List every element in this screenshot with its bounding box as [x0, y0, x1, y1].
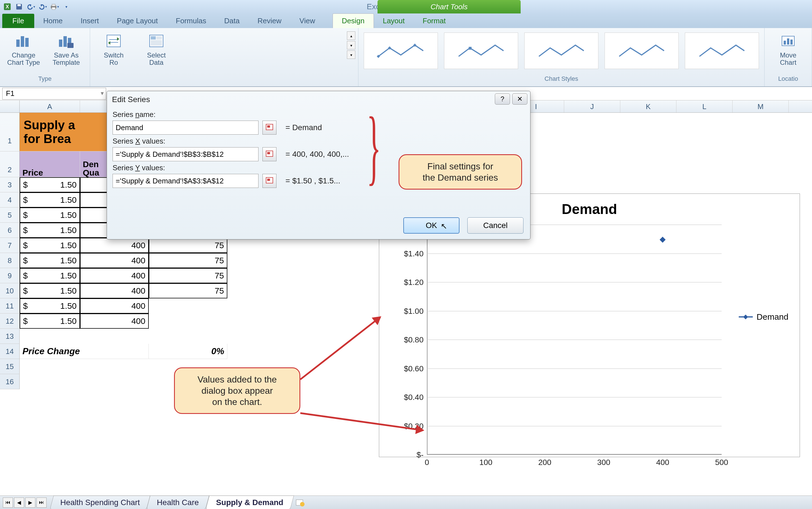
row-header-9[interactable]: 9	[0, 268, 20, 283]
cell-A9[interactable]: $1.50	[20, 268, 80, 283]
select-all-corner[interactable]	[0, 100, 20, 112]
row-header-6[interactable]: 6	[0, 223, 20, 238]
ok-button[interactable]: OK	[403, 217, 460, 234]
row-header-13[interactable]: 13	[0, 329, 20, 344]
range-selector-button[interactable]	[262, 174, 277, 188]
excel-icon[interactable]: X	[2, 2, 12, 12]
tab-data[interactable]: Data	[215, 14, 249, 28]
cell-A3[interactable]: $$ 1.501.50	[20, 177, 80, 192]
switch-row-col-button[interactable]: Switch Ro	[94, 30, 133, 66]
cell-A8[interactable]: $1.50	[20, 253, 80, 268]
tab-view[interactable]: View	[290, 14, 324, 28]
row-header-14[interactable]: 14	[0, 344, 20, 359]
tab-formulas[interactable]: Formulas	[167, 14, 215, 28]
name-box-value: F1	[6, 89, 14, 98]
select-data-button[interactable]: Select Data	[137, 30, 176, 66]
tab-page-layout[interactable]: Page Layout	[108, 14, 167, 28]
name-box[interactable]: F1 ▼	[2, 88, 106, 100]
print-icon[interactable]: ▾	[50, 2, 60, 12]
col-header-K[interactable]: K	[620, 100, 677, 112]
qat-customize-icon[interactable]: ▾	[61, 2, 71, 12]
cell-A4[interactable]: $1.50	[20, 192, 80, 207]
range-selector-button[interactable]	[262, 121, 277, 135]
tab-review[interactable]: Review	[249, 14, 290, 28]
row-header-11[interactable]: 11	[0, 298, 20, 313]
cell-B12[interactable]: 400	[80, 313, 149, 329]
undo-icon[interactable]: ▾	[26, 2, 36, 12]
ribbon-body: Change Chart Type Save As Template Type …	[0, 28, 812, 87]
cell-B8[interactable]: 400	[80, 253, 149, 268]
tab-nav-prev-icon[interactable]: ◀	[14, 498, 24, 508]
chart-data-point[interactable]: ◆	[660, 234, 666, 244]
tab-nav-last-icon[interactable]: ⏭	[36, 498, 46, 508]
sheet-tab-supply-demand[interactable]: Supply & Demand	[206, 496, 294, 509]
row-header-2[interactable]: 2	[0, 151, 20, 177]
dialog-help-button[interactable]: ?	[495, 93, 510, 105]
cell-B9[interactable]: 400	[80, 268, 149, 283]
row-header-15[interactable]: 15	[0, 359, 20, 374]
chart-legend[interactable]: Demand	[739, 312, 788, 322]
scroll-down-icon[interactable]: ▾	[347, 41, 355, 49]
row-header-10[interactable]: 10	[0, 283, 20, 298]
tab-home[interactable]: Home	[34, 14, 71, 28]
cell-C9[interactable]: 75	[149, 268, 227, 283]
cell-A11[interactable]: $1.50	[20, 298, 80, 313]
cancel-button[interactable]: Cancel	[467, 217, 524, 234]
chart-style-3[interactable]	[524, 33, 598, 69]
dialog-close-button[interactable]: ✕	[512, 93, 527, 105]
series-x-input[interactable]	[113, 147, 258, 161]
change-chart-type-button[interactable]: Change Chart Type	[4, 30, 43, 66]
cell-price-change-label[interactable]: Price Change	[20, 344, 149, 359]
chart-style-1[interactable]	[364, 33, 438, 69]
tab-layout[interactable]: Layout	[374, 14, 414, 28]
row-header-4[interactable]: 4	[0, 192, 20, 207]
col-header-A[interactable]: A	[20, 100, 80, 112]
sheet-tab-health-care[interactable]: Health Care	[147, 496, 210, 509]
redo-icon[interactable]: ▾	[38, 2, 48, 12]
tab-nav-first-icon[interactable]: ⏮	[3, 498, 13, 508]
series-name-input[interactable]	[113, 121, 258, 135]
cell-price-change-value[interactable]: 0%	[149, 344, 227, 359]
tab-insert[interactable]: Insert	[71, 14, 108, 28]
cell-A10[interactable]: $1.50	[20, 283, 80, 298]
chart-style-4[interactable]	[604, 33, 679, 69]
cell-A5[interactable]: $1.50	[20, 207, 80, 223]
save-as-template-button[interactable]: Save As Template	[46, 30, 86, 66]
cell-B10[interactable]: 400	[80, 283, 149, 298]
cell-header-price[interactable]: Price	[20, 151, 80, 177]
gallery-more-icon[interactable]: ▾	[347, 50, 355, 59]
col-header-L[interactable]: L	[677, 100, 732, 112]
cell-C8[interactable]: 75	[149, 253, 227, 268]
row-header-16[interactable]: 16	[0, 374, 20, 389]
cell-B11[interactable]: 400	[80, 298, 149, 313]
row-header-3[interactable]: 3	[0, 177, 20, 192]
sheet-tab-health-spending[interactable]: Health Spending Chart	[50, 496, 150, 509]
cell-A6[interactable]: $1.50	[20, 223, 80, 238]
cell-A12[interactable]: $1.50	[20, 313, 80, 329]
cell-C10[interactable]: 75	[149, 283, 227, 298]
chart-style-2[interactable]	[444, 33, 518, 69]
cell-A7[interactable]: $1.50	[20, 238, 80, 253]
tab-format[interactable]: Format	[414, 14, 455, 28]
series-y-input[interactable]	[113, 174, 258, 188]
save-icon[interactable]	[14, 2, 24, 12]
range-selector-button[interactable]	[262, 147, 277, 161]
row-header-5[interactable]: 5	[0, 207, 20, 223]
namebox-dropdown-icon[interactable]: ▼	[100, 91, 105, 97]
cell-C7[interactable]: 75	[149, 238, 227, 253]
file-tab[interactable]: File	[2, 14, 34, 28]
chart-plot-area[interactable]: $1.60 $1.40 $1.20 $1.00 $0.80 $0.60 $0.4…	[427, 225, 722, 454]
col-header-M[interactable]: M	[732, 100, 789, 112]
tab-design[interactable]: Design	[333, 13, 374, 28]
row-header-7[interactable]: 7	[0, 238, 20, 253]
new-sheet-button[interactable]	[294, 498, 306, 508]
chart-style-5[interactable]	[685, 33, 759, 69]
cell-B7[interactable]: 400	[80, 238, 149, 253]
scroll-up-icon[interactable]: ▴	[347, 31, 355, 40]
col-header-J[interactable]: J	[564, 100, 620, 112]
tab-nav-next-icon[interactable]: ▶	[25, 498, 35, 508]
move-chart-button[interactable]: Move Chart	[769, 30, 808, 66]
row-header-1[interactable]: 1	[0, 113, 20, 151]
row-header-12[interactable]: 12	[0, 313, 20, 329]
row-header-8[interactable]: 8	[0, 253, 20, 268]
